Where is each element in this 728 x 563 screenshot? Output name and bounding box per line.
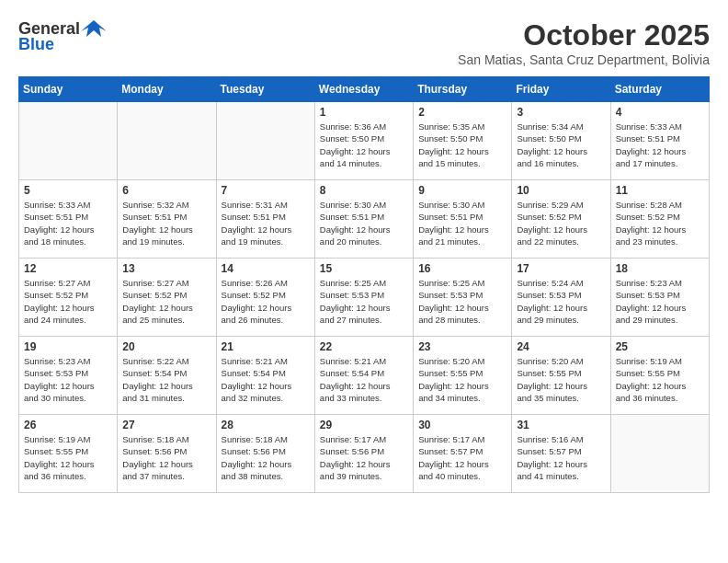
calendar-cell: 26Sunrise: 5:19 AMSunset: 5:55 PMDayligh… — [19, 415, 118, 493]
calendar-cell: 28Sunrise: 5:18 AMSunset: 5:56 PMDayligh… — [216, 415, 314, 493]
calendar-header-row: SundayMondayTuesdayWednesdayThursdayFrid… — [19, 77, 710, 102]
cell-content: Sunrise: 5:17 AMSunset: 5:56 PMDaylight:… — [320, 433, 408, 482]
svg-marker-0 — [81, 20, 107, 37]
calendar-cell: 7Sunrise: 5:31 AMSunset: 5:51 PMDaylight… — [216, 180, 314, 259]
cell-content: Sunrise: 5:36 AMSunset: 5:50 PMDaylight:… — [320, 121, 408, 169]
day-header-wednesday: Wednesday — [314, 77, 413, 102]
month-title: October 2025 — [458, 18, 710, 52]
calendar-cell — [19, 102, 118, 180]
calendar-cell: 2Sunrise: 5:35 AMSunset: 5:50 PMDaylight… — [414, 102, 512, 180]
cell-content: Sunrise: 5:17 AMSunset: 5:57 PMDaylight:… — [418, 433, 506, 482]
calendar-cell: 29Sunrise: 5:17 AMSunset: 5:56 PMDayligh… — [314, 415, 413, 493]
day-number: 17 — [517, 262, 605, 275]
calendar-cell — [118, 102, 216, 180]
logo: General Blue — [18, 18, 108, 54]
day-number: 31 — [517, 419, 605, 431]
calendar-cell: 3Sunrise: 5:34 AMSunset: 5:50 PMDaylight… — [512, 102, 610, 180]
day-header-thursday: Thursday — [414, 77, 512, 102]
day-number: 11 — [616, 184, 704, 197]
day-number: 4 — [616, 106, 704, 119]
calendar-cell: 12Sunrise: 5:27 AMSunset: 5:52 PMDayligh… — [19, 259, 118, 337]
cell-content: Sunrise: 5:19 AMSunset: 5:55 PMDaylight:… — [616, 355, 704, 404]
title-section: October 2025 San Matias, Santa Cruz Depa… — [458, 18, 710, 67]
day-number: 8 — [320, 184, 408, 197]
calendar-cell: 9Sunrise: 5:30 AMSunset: 5:51 PMDaylight… — [414, 180, 512, 259]
calendar-cell: 10Sunrise: 5:29 AMSunset: 5:52 PMDayligh… — [512, 180, 610, 259]
day-number: 18 — [616, 262, 704, 275]
day-number: 2 — [418, 106, 506, 119]
day-number: 9 — [418, 184, 506, 197]
cell-content: Sunrise: 5:23 AMSunset: 5:53 PMDaylight:… — [616, 277, 704, 326]
cell-content: Sunrise: 5:21 AMSunset: 5:54 PMDaylight:… — [320, 355, 408, 404]
day-number: 6 — [122, 184, 210, 197]
calendar-cell: 15Sunrise: 5:25 AMSunset: 5:53 PMDayligh… — [314, 259, 413, 337]
calendar-cell: 18Sunrise: 5:23 AMSunset: 5:53 PMDayligh… — [610, 259, 709, 337]
day-number: 30 — [418, 419, 506, 431]
calendar-cell: 5Sunrise: 5:33 AMSunset: 5:51 PMDaylight… — [19, 180, 118, 259]
cell-content: Sunrise: 5:24 AMSunset: 5:53 PMDaylight:… — [517, 277, 605, 326]
calendar-cell: 17Sunrise: 5:24 AMSunset: 5:53 PMDayligh… — [512, 259, 610, 337]
calendar-week-row: 5Sunrise: 5:33 AMSunset: 5:51 PMDaylight… — [19, 180, 710, 259]
day-number: 5 — [24, 184, 112, 197]
calendar-cell: 4Sunrise: 5:33 AMSunset: 5:51 PMDaylight… — [610, 102, 709, 180]
cell-content: Sunrise: 5:25 AMSunset: 5:53 PMDaylight:… — [320, 277, 408, 326]
day-header-monday: Monday — [118, 77, 216, 102]
cell-content: Sunrise: 5:19 AMSunset: 5:55 PMDaylight:… — [24, 433, 112, 482]
cell-content: Sunrise: 5:26 AMSunset: 5:52 PMDaylight:… — [222, 277, 310, 326]
day-number: 27 — [122, 419, 210, 431]
calendar-cell: 11Sunrise: 5:28 AMSunset: 5:52 PMDayligh… — [610, 180, 709, 259]
cell-content: Sunrise: 5:30 AMSunset: 5:51 PMDaylight:… — [320, 199, 408, 247]
day-number: 28 — [222, 419, 310, 431]
day-number: 7 — [222, 184, 310, 197]
calendar-cell: 16Sunrise: 5:25 AMSunset: 5:53 PMDayligh… — [414, 259, 512, 337]
calendar-cell — [610, 415, 709, 493]
calendar-cell: 19Sunrise: 5:23 AMSunset: 5:53 PMDayligh… — [19, 337, 118, 415]
cell-content: Sunrise: 5:18 AMSunset: 5:56 PMDaylight:… — [222, 433, 310, 482]
calendar-cell: 13Sunrise: 5:27 AMSunset: 5:52 PMDayligh… — [118, 259, 216, 337]
cell-content: Sunrise: 5:21 AMSunset: 5:54 PMDaylight:… — [222, 355, 310, 404]
logo-bird-icon — [81, 18, 107, 39]
day-header-tuesday: Tuesday — [216, 77, 314, 102]
cell-content: Sunrise: 5:20 AMSunset: 5:55 PMDaylight:… — [418, 355, 506, 404]
cell-content: Sunrise: 5:22 AMSunset: 5:54 PMDaylight:… — [122, 355, 210, 404]
calendar-cell: 31Sunrise: 5:16 AMSunset: 5:57 PMDayligh… — [512, 415, 610, 493]
day-header-friday: Friday — [512, 77, 610, 102]
day-header-sunday: Sunday — [19, 77, 118, 102]
day-number: 24 — [517, 340, 605, 353]
day-header-saturday: Saturday — [610, 77, 709, 102]
page-header: General Blue October 2025 San Matias, Sa… — [18, 18, 710, 67]
calendar-cell — [216, 102, 314, 180]
day-number: 3 — [517, 106, 605, 119]
cell-content: Sunrise: 5:32 AMSunset: 5:51 PMDaylight:… — [122, 199, 210, 247]
calendar-cell: 6Sunrise: 5:32 AMSunset: 5:51 PMDaylight… — [118, 180, 216, 259]
cell-content: Sunrise: 5:16 AMSunset: 5:57 PMDaylight:… — [517, 433, 605, 482]
day-number: 10 — [517, 184, 605, 197]
day-number: 25 — [616, 340, 704, 353]
cell-content: Sunrise: 5:29 AMSunset: 5:52 PMDaylight:… — [517, 199, 605, 247]
day-number: 1 — [320, 106, 408, 119]
cell-content: Sunrise: 5:30 AMSunset: 5:51 PMDaylight:… — [418, 199, 506, 247]
day-number: 15 — [320, 262, 408, 275]
calendar-cell: 30Sunrise: 5:17 AMSunset: 5:57 PMDayligh… — [414, 415, 512, 493]
calendar-cell: 22Sunrise: 5:21 AMSunset: 5:54 PMDayligh… — [314, 337, 413, 415]
cell-content: Sunrise: 5:33 AMSunset: 5:51 PMDaylight:… — [616, 121, 704, 169]
calendar-week-row: 19Sunrise: 5:23 AMSunset: 5:53 PMDayligh… — [19, 337, 710, 415]
day-number: 19 — [24, 340, 112, 353]
day-number: 16 — [418, 262, 506, 275]
cell-content: Sunrise: 5:31 AMSunset: 5:51 PMDaylight:… — [222, 199, 310, 247]
calendar-cell: 21Sunrise: 5:21 AMSunset: 5:54 PMDayligh… — [216, 337, 314, 415]
day-number: 20 — [122, 340, 210, 353]
cell-content: Sunrise: 5:25 AMSunset: 5:53 PMDaylight:… — [418, 277, 506, 326]
day-number: 13 — [122, 262, 210, 275]
day-number: 14 — [222, 262, 310, 275]
calendar-cell: 20Sunrise: 5:22 AMSunset: 5:54 PMDayligh… — [118, 337, 216, 415]
cell-content: Sunrise: 5:34 AMSunset: 5:50 PMDaylight:… — [517, 121, 605, 169]
cell-content: Sunrise: 5:20 AMSunset: 5:55 PMDaylight:… — [517, 355, 605, 404]
calendar-cell: 25Sunrise: 5:19 AMSunset: 5:55 PMDayligh… — [610, 337, 709, 415]
day-number: 21 — [222, 340, 310, 353]
day-number: 12 — [24, 262, 112, 275]
calendar-cell: 1Sunrise: 5:36 AMSunset: 5:50 PMDaylight… — [314, 102, 413, 180]
logo-blue-text: Blue — [18, 35, 54, 54]
cell-content: Sunrise: 5:18 AMSunset: 5:56 PMDaylight:… — [122, 433, 210, 482]
calendar-cell: 8Sunrise: 5:30 AMSunset: 5:51 PMDaylight… — [314, 180, 413, 259]
